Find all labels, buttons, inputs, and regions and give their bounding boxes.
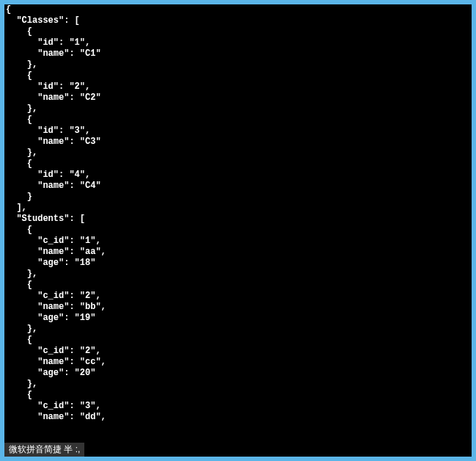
terminal-output: { "Classes": [ { "id": "1", "name": "C1"…	[4, 4, 472, 423]
ime-status-bar: 微软拼音简捷 半 :,	[4, 443, 84, 457]
terminal-window[interactable]: { "Classes": [ { "id": "1", "name": "C1"…	[4, 4, 472, 457]
